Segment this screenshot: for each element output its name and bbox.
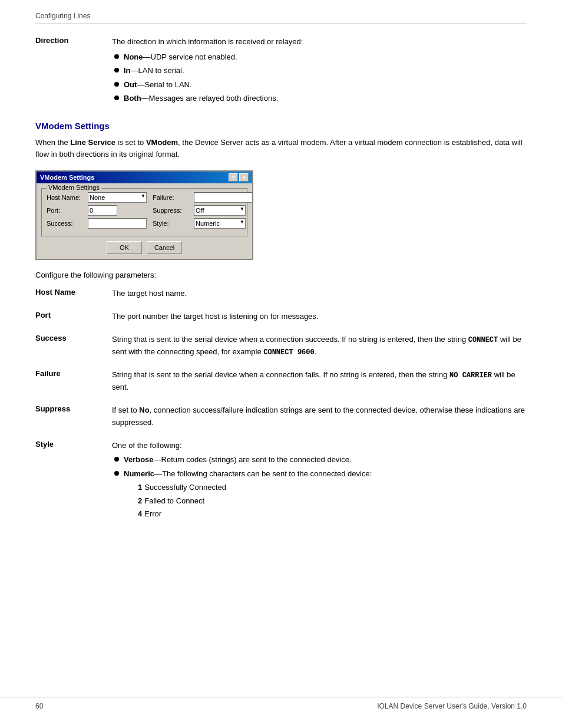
no-carrier-mono: NO CARRIER xyxy=(449,371,492,380)
param-host-name: Host Name The target host name. xyxy=(35,288,527,300)
cancel-button[interactable]: Cancel xyxy=(147,241,182,254)
suppress-row: Suppress: xyxy=(153,205,253,216)
param-host-name-label: Host Name xyxy=(35,288,94,300)
vmodem-dialog: VModem Settings ? × VModem Settings Host… xyxy=(35,170,253,260)
param-style-label: Style xyxy=(35,440,94,524)
host-name-select-wrapper xyxy=(88,192,147,203)
breadcrumb-bar: Configuring Lines xyxy=(35,12,527,24)
num-1-text: Successfully Connected xyxy=(144,482,226,493)
no-bold: No xyxy=(139,406,149,414)
param-port-label: Port xyxy=(35,311,94,323)
footer-title: IOLAN Device Server User's Guide, Versio… xyxy=(377,702,527,710)
success-label: Success: xyxy=(47,220,88,227)
failure-row: Failure: xyxy=(153,192,253,203)
out-text: —Serial to LAN. xyxy=(137,80,191,89)
none-text: —UDP service not enabled. xyxy=(143,52,237,61)
dialog-buttons: OK Cancel xyxy=(41,241,247,254)
titlebar-buttons: ? × xyxy=(229,173,249,182)
right-col: Failure: Suppress: Style: xyxy=(153,192,253,231)
direction-section: Direction The direction in which informa… xyxy=(35,36,527,107)
style-bullets: Verbose—Return codes (strings) are sent … xyxy=(112,454,527,522)
ok-button[interactable]: OK xyxy=(107,241,142,254)
none-bold: None xyxy=(124,52,143,61)
bullet-dot xyxy=(114,471,119,476)
breadcrumb: Configuring Lines xyxy=(35,12,90,20)
dialog-title: VModem Settings xyxy=(40,174,94,181)
success-input[interactable] xyxy=(88,218,147,229)
port-input[interactable] xyxy=(88,205,117,216)
line-service-bold: Line Service xyxy=(70,138,115,147)
vmodem-bold: VModem xyxy=(146,138,178,147)
suppress-input[interactable] xyxy=(194,205,246,216)
port-label: Port: xyxy=(47,207,88,214)
host-name-label: Host Name: xyxy=(47,194,88,201)
connect-9600-mono: CONNECT 9600 xyxy=(263,348,314,357)
num-1: 1 xyxy=(138,482,142,493)
direction-label: Direction xyxy=(35,36,94,107)
num-2-text: Failed to Connect xyxy=(144,495,204,507)
param-success: Success String that is sent to the seria… xyxy=(35,334,527,358)
vmodem-intro: When the Line Service is set to VModem, … xyxy=(35,137,527,162)
host-name-row: Host Name: xyxy=(47,192,147,203)
group-label: VModem Settings xyxy=(47,184,101,191)
param-success-label: Success xyxy=(35,334,94,358)
param-style-desc: One of the following: Verbose—Return cod… xyxy=(112,440,527,524)
close-button[interactable]: × xyxy=(239,173,249,182)
page-number: 60 xyxy=(35,702,43,710)
dialog-group: VModem Settings Host Name: Port: xyxy=(41,188,247,236)
direction-bullets: None—UDP service not enabled. In—LAN to … xyxy=(112,51,527,104)
port-row: Port: xyxy=(47,205,147,216)
bullet-dot xyxy=(114,54,119,59)
style-numeric: Numeric—The following characters can be … xyxy=(114,468,527,522)
style-intro: One of the following: xyxy=(112,440,527,452)
both-bold: Both xyxy=(124,94,141,103)
direction-desc: The direction in which information is re… xyxy=(112,36,527,107)
dialog-cols: Host Name: Port: Success: xyxy=(47,192,242,231)
help-button[interactable]: ? xyxy=(229,173,238,182)
connect-mono: CONNECT xyxy=(468,336,498,344)
failure-input[interactable] xyxy=(194,192,253,203)
style-row: Style: xyxy=(153,218,253,229)
num-4: 4 xyxy=(138,508,142,520)
numeric-text: —The following characters can be sent to… xyxy=(154,469,372,478)
host-name-input[interactable] xyxy=(88,192,147,203)
param-success-desc: String that is sent to the serial device… xyxy=(112,334,527,358)
direction-intro: The direction in which information is re… xyxy=(112,36,527,48)
style-verbose: Verbose—Return codes (strings) are sent … xyxy=(114,454,527,466)
in-text: —LAN to serial. xyxy=(131,66,184,75)
dialog-titlebar: VModem Settings ? × xyxy=(37,172,252,183)
num-2: 2 xyxy=(138,495,142,507)
param-suppress: Suppress If set to No, connection succes… xyxy=(35,404,527,429)
dialog-wrapper: VModem Settings ? × VModem Settings Host… xyxy=(35,170,527,260)
numeric-list: 1Successfully Connected 2Failed to Conne… xyxy=(124,482,372,520)
param-port: Port The port number the target host is … xyxy=(35,311,527,323)
style-input[interactable] xyxy=(194,218,246,229)
param-failure-label: Failure xyxy=(35,369,94,394)
direction-bullet-in: In—LAN to serial. xyxy=(114,65,527,77)
numeric-item-1: 1Successfully Connected xyxy=(138,482,372,493)
bullet-dot xyxy=(114,95,119,100)
direction-bullet-none: None—UDP service not enabled. xyxy=(114,51,527,63)
param-failure: Failure String that is sent to the seria… xyxy=(35,369,527,394)
params-intro: Configure the following parameters: xyxy=(35,271,527,279)
direction-bullet-both: Both—Messages are relayed both direction… xyxy=(114,93,527,104)
bullet-dot xyxy=(114,82,119,87)
left-col: Host Name: Port: Success: xyxy=(47,192,147,231)
dialog-body: VModem Settings Host Name: Port: xyxy=(37,183,252,259)
suppress-select-wrapper[interactable] xyxy=(194,205,246,216)
numeric-item-2: 2Failed to Connect xyxy=(138,495,372,507)
failure-label: Failure: xyxy=(153,194,194,201)
verbose-bold: Verbose xyxy=(124,455,154,464)
style-select-wrapper[interactable] xyxy=(194,218,246,229)
style-label: Style: xyxy=(153,220,194,227)
page-footer: 60 IOLAN Device Server User's Guide, Ver… xyxy=(0,697,562,710)
in-bold: In xyxy=(124,66,131,75)
success-row: Success: xyxy=(47,218,147,229)
param-port-desc: The port number the target host is liste… xyxy=(112,311,527,323)
param-host-name-desc: The target host name. xyxy=(112,288,527,300)
num-4-text: Error xyxy=(144,508,161,520)
suppress-label: Suppress: xyxy=(153,207,194,214)
out-bold: Out xyxy=(124,80,137,89)
numeric-bold: Numeric xyxy=(124,469,154,478)
both-text: —Messages are relayed both directions. xyxy=(141,94,279,103)
